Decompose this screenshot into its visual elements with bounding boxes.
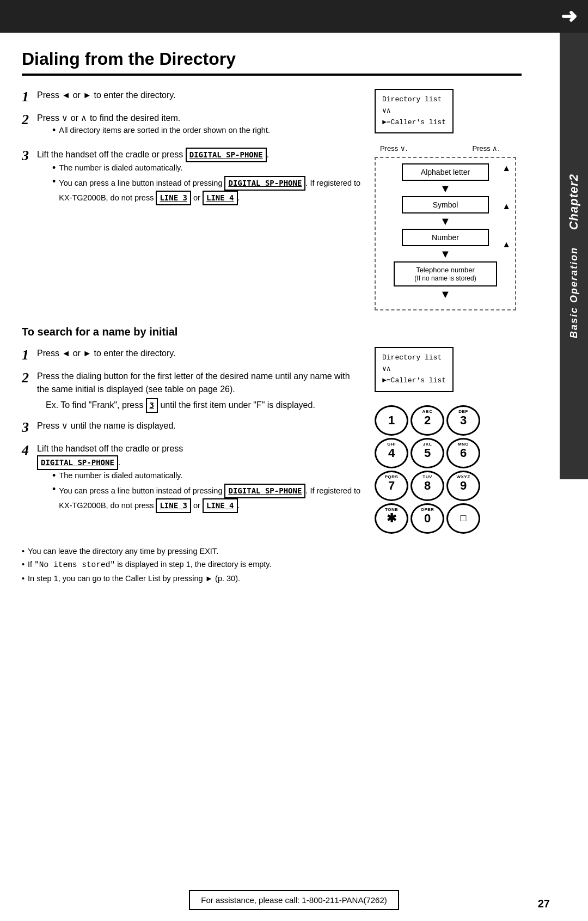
step-1-text: Press ◄ or ► to enter the directory. (37, 89, 364, 102)
key-2-main: 2 (424, 413, 431, 428)
section2-layout: 1 Press ◄ or ► to enter the directory. 2… (22, 347, 522, 533)
step-number-3: 3 (22, 148, 37, 164)
step2-3-text: Press ∨ until the name is displayed. (37, 419, 364, 432)
section1-left: 1 Press ◄ or ► to enter the directory. 2… (22, 89, 364, 310)
step-3-bullet-1: • The number is dialed automatically. (52, 162, 364, 174)
key-5-main: 5 (424, 446, 431, 460)
key-hash-main: □ (461, 513, 467, 524)
step-3-bullet-2: • You can press a line button instead of… (52, 176, 364, 205)
step2-number-1: 1 (22, 347, 37, 363)
key-star: TONE ✱ (375, 503, 408, 534)
key-2-sub: ABC (422, 409, 433, 414)
step2-4-bullets: • The number is dialed automatically. • … (52, 470, 364, 513)
up-arrow-1: ▲ (502, 163, 511, 173)
section1-layout: 1 Press ◄ or ► to enter the directory. 2… (22, 89, 522, 310)
step2-3: 3 Press ∨ until the name is displayed. (22, 419, 364, 436)
step-number-2: 2 (22, 112, 37, 128)
flow-box-number: Number (402, 229, 489, 246)
flow-header-right: Press ∧. (473, 144, 500, 153)
dir-box-1-line3: ►=Caller's list (382, 118, 446, 126)
key-4-main: 4 (388, 446, 395, 460)
page-number: 27 (538, 898, 550, 910)
section2-left: 1 Press ◄ or ► to enter the directory. 2… (22, 347, 364, 533)
line3-btn: LINE 3 (156, 191, 191, 205)
step-3-text: Lift the handset off the cradle or press… (37, 148, 364, 210)
step2-number-4: 4 (22, 442, 37, 459)
directory-box-1: Directory list ∨∧ ►=Caller's list (375, 89, 454, 133)
step2-2: 2 Press the dialing button for the first… (22, 370, 364, 413)
digital-sp-phone-btn-2: DIGITAL SP-PHONE (224, 176, 305, 191)
dir-box-2-line3: ►=Caller's list (382, 376, 446, 385)
keypad: 1 ABC 2 DEF 3 GHI 4 (375, 405, 522, 534)
flow-arrow-2: ▼ (387, 215, 504, 228)
key-9: WXYZ 9 (446, 471, 480, 501)
key-6-main: 6 (460, 446, 467, 460)
key-4: GHI 4 (375, 438, 408, 468)
step2-2-text: Press the dialing button for the first l… (37, 370, 364, 413)
bottom-note-3: • In step 1, you can go to the Caller Li… (22, 572, 522, 585)
step-2-bullets: • All directory items are sorted in the … (52, 125, 364, 137)
key-6-sub: MNO (458, 442, 469, 447)
bullet-dot: • (52, 470, 56, 482)
key-7: PQRS 7 (375, 471, 408, 501)
key-9-sub: WXYZ (456, 474, 470, 479)
flow-diagram-container: Press ∨. Press ∧. ▲ ▲ ▲ Alphabet letter … (375, 144, 522, 310)
dir-box-2-line1: Directory list (382, 353, 442, 362)
step-number-1: 1 (22, 89, 37, 105)
step2-1-text: Press ◄ or ► to enter the directory. (37, 347, 364, 360)
note-bullet-2: • (22, 558, 24, 571)
bottom-note-3-text: In step 1, you can go to the Caller List… (28, 572, 240, 585)
key-1-main: 1 (388, 413, 395, 428)
top-arrow-icon: ➜ (561, 5, 577, 28)
note-bullet-1: • (22, 545, 24, 558)
main-content: Dialing from the Directory 1 Press ◄ or … (0, 33, 560, 596)
bottom-note-1-text: You can leave the directory any time by … (28, 545, 218, 558)
footer-box: For assistance, please call: 1-800-211-P… (189, 890, 399, 910)
directory-box-2: Directory list ∨∧ ►=Caller's list (375, 347, 454, 392)
step2-4: 4 Lift the handset off the cradle or pre… (22, 442, 364, 517)
up-arrow-3: ▲ (502, 240, 511, 249)
key-2: ABC 2 (411, 405, 444, 436)
flow-arrow-3: ▼ (387, 247, 504, 260)
flow-box-symbol: Symbol (402, 196, 489, 214)
digital-sp-phone-btn-1: DIGITAL SP-PHONE (186, 148, 267, 162)
flow-box-alphabet: Alphabet letter (402, 163, 489, 181)
up-arrow-2: ▲ (502, 202, 511, 211)
key-8-sub: TUV (422, 474, 432, 479)
step2-4-bullet-1: • The number is dialed automatically. (52, 470, 364, 482)
footer-text: For assistance, please call: 1-800-211-P… (201, 895, 387, 905)
key-5: JKL 5 (411, 438, 444, 468)
section1-right: Directory list ∨∧ ►=Caller's list Press … (375, 89, 522, 310)
bullet-dot: • (52, 484, 56, 496)
line4-btn-2: LINE 4 (203, 498, 238, 513)
bottom-note-1: • You can leave the directory any time b… (22, 545, 522, 558)
key-star-main: ✱ (387, 511, 396, 526)
key-0-sub: OPER (421, 507, 434, 512)
key-1: 1 (375, 405, 408, 436)
step2-number-2: 2 (22, 370, 37, 386)
key-0-main: 0 (424, 511, 431, 526)
line4-btn: LINE 4 (203, 191, 238, 205)
line3-btn-2: LINE 3 (156, 498, 191, 513)
bullet-dot: • (52, 125, 56, 137)
key-3-btn: 3 (146, 398, 158, 413)
flow-diagram: ▲ ▲ ▲ Alphabet letter ▼ Symbol ▼ Number … (375, 157, 516, 310)
step2-4-bullet-1-text: The number is dialed automatically. (59, 470, 182, 482)
key-0: OPER 0 (411, 503, 444, 534)
bullet-dot-2: • (52, 176, 56, 188)
step2-4-text: Lift the handset off the cradle or press… (37, 442, 364, 517)
step-3: 3 Lift the handset off the cradle or pre… (22, 148, 364, 210)
step2-4-bullet-2-text: You can press a line button instead of p… (59, 484, 364, 513)
key-star-sub: TONE (385, 507, 398, 512)
key-3: DEF 3 (446, 405, 480, 436)
page-container: ➜ Chapter2 Basic Operation Dialing from … (0, 0, 588, 921)
flow-box-telephone: Telephone number(If no name is stored) (394, 261, 497, 286)
subsection-title: To search for a name by initial (22, 326, 522, 338)
step-3-bullet-1-text: The number is dialed automatically. (59, 162, 182, 174)
step-2-bullet-1-text: All directory items are sorted in the or… (59, 125, 270, 137)
bottom-notes: • You can leave the directory any time b… (22, 545, 522, 585)
step2-number-3: 3 (22, 419, 37, 436)
flow-arrow-4: ▼ (387, 288, 504, 301)
step-2: 2 Press ∨ or ∧ to find the desired item.… (22, 112, 364, 141)
key-5-sub: JKL (423, 442, 432, 447)
